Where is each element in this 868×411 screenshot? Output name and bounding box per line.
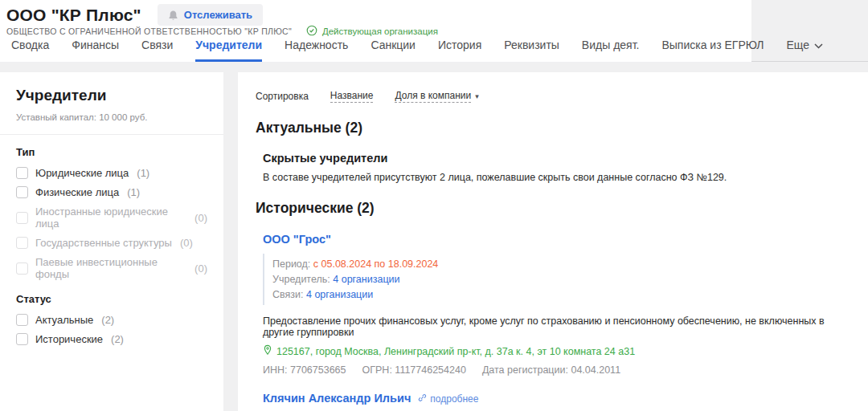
checkbox-icon	[16, 212, 28, 224]
hidden-founders-text: В составе учредителей присутствуют 2 лиц…	[263, 172, 868, 183]
activity-description: Предоставление прочих финансовых услуг, …	[263, 315, 868, 338]
hidden-founders-title: Скрытые учредители	[263, 152, 868, 165]
checkbox-actual[interactable]: Актуальные (2)	[16, 314, 207, 326]
hidden-founders-block: Скрытые учредители В составе учредителей…	[263, 152, 868, 183]
follow-button-label: Отслеживать	[184, 9, 252, 21]
founder-of-row: Учредитель: 4 организации	[272, 274, 868, 285]
connections-row: Связи: 4 организации	[272, 289, 868, 300]
tab-more[interactable]: Еще	[786, 31, 823, 61]
checkbox-state-structures: Государственные структуры (0)	[16, 237, 207, 249]
inn-pair: ИНН: 7706753665	[263, 364, 346, 376]
sidebar-title: Учредители	[16, 87, 207, 104]
checkbox-icon	[16, 186, 28, 198]
checkbox-icon	[16, 314, 28, 326]
tab-nadezhnost[interactable]: Надежность	[285, 31, 348, 61]
founder-of-link[interactable]: 4 организации	[333, 274, 399, 285]
filter-group-type-label: Тип	[16, 146, 207, 158]
sort-controls: Сортировка Название Доля в компании ▾	[256, 90, 868, 103]
founder-name-link[interactable]: ООО "Грос"	[263, 233, 331, 246]
reg-date-value: 04.04.2011	[571, 364, 620, 376]
founder-item-klyachin: Клячин Александр Ильич подробнее Период:…	[263, 392, 868, 411]
company-header: ООО "КР Плюс" Отслеживать ОБЩЕСТВО С ОГР…	[0, 0, 868, 62]
inn-value: 7706753665	[290, 364, 346, 376]
registry-row: ИНН: 7706753665 ОГРН: 1117746254240 Дата…	[263, 364, 868, 376]
tab-finansy[interactable]: Финансы	[72, 31, 119, 61]
address-text: 125167, город Москва, Ленинградский пр-к…	[276, 346, 635, 357]
chevron-down-icon	[814, 39, 823, 51]
period-row: Период: с 05.08.2024 по 18.09.2024	[272, 258, 868, 270]
filters-sidebar: Учредители Уставный капитал: 10 000 руб.…	[0, 72, 223, 411]
checkbox-individuals[interactable]: Физические лица (1)	[16, 186, 207, 198]
period-value: с 05.08.2024 по 18.09.2024	[313, 258, 439, 270]
sort-by-name[interactable]: Название	[330, 90, 374, 103]
ogrn-value: 1117746254240	[395, 364, 466, 376]
checkbox-icon	[16, 333, 28, 345]
tab-vidy-deyat[interactable]: Виды деят.	[582, 31, 640, 61]
sidebar-divider	[0, 134, 223, 135]
tab-uchrediteli[interactable]: Учредители	[195, 31, 262, 61]
founder-item-gros: ООО "Грос" Период: с 05.08.2024 по 18.09…	[263, 233, 868, 376]
filter-group-status-label: Статус	[16, 293, 207, 305]
founders-content: Сортировка Название Доля в компании ▾ Ак…	[238, 72, 868, 411]
historical-section-heading: Исторические (2)	[256, 200, 868, 217]
checkbox-icon	[16, 237, 28, 249]
checkbox-investment-funds: Паевые инвестиционные фонды (0)	[16, 256, 207, 280]
tab-sankcii[interactable]: Санкции	[371, 31, 416, 61]
tab-vypiska-egrul[interactable]: Выписка из ЕГРЮЛ	[661, 31, 764, 61]
checkbox-icon	[16, 262, 28, 275]
sort-by-share[interactable]: Доля в компании ▾	[395, 90, 478, 103]
tab-bar: Сводка Финансы Связи Учредители Надежнос…	[11, 31, 823, 61]
checkbox-icon	[16, 167, 28, 179]
page-title: ООО "КР Плюс"	[6, 6, 141, 25]
follow-button[interactable]: Отслеживать	[158, 4, 263, 26]
actual-section-heading: Актуальные (2)	[256, 120, 868, 136]
tab-istoriya[interactable]: История	[438, 31, 481, 61]
checkbox-legal-entities[interactable]: Юридические лица (1)	[16, 167, 207, 179]
tab-svyazi[interactable]: Связи	[141, 31, 173, 61]
link-icon	[418, 393, 427, 405]
ogrn-pair: ОГРН: 1117746254240	[362, 364, 466, 376]
founder-name-link[interactable]: Клячин Александр Ильич	[263, 392, 411, 405]
tab-rekvizity[interactable]: Реквизиты	[504, 31, 559, 61]
address-row: 125167, город Москва, Ленинградский пр-к…	[263, 344, 868, 358]
sort-label: Сортировка	[256, 91, 309, 102]
reg-date-pair: Дата регистрации: 04.04.2011	[482, 364, 620, 376]
connections-link[interactable]: 4 организации	[306, 289, 373, 300]
founder-details: Период: с 05.08.2024 по 18.09.2024 Учред…	[263, 254, 868, 305]
caret-down-icon: ▾	[475, 92, 479, 100]
charter-capital: Уставный капитал: 10 000 руб.	[16, 112, 207, 122]
tab-svodka[interactable]: Сводка	[11, 31, 49, 61]
checkbox-foreign-entities: Иностранные юридические лица (0)	[16, 206, 207, 230]
checkbox-historical[interactable]: Исторические (2)	[16, 333, 207, 345]
location-pin-icon	[263, 344, 272, 358]
more-details-link[interactable]: подробнее	[418, 393, 478, 405]
bell-icon	[168, 10, 178, 21]
